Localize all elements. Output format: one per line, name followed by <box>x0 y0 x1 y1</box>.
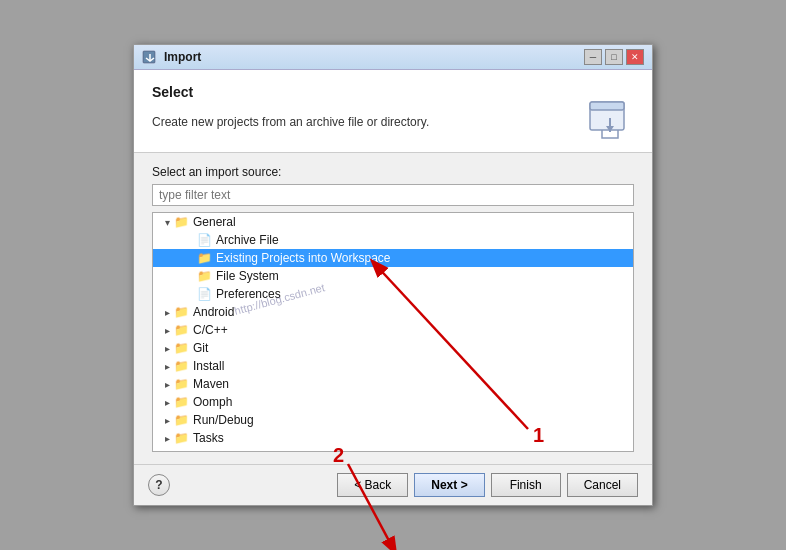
window-title: Import <box>164 50 201 64</box>
tree-label-install: Install <box>193 359 224 373</box>
tree-item-oomph[interactable]: ▸📁Oomph <box>153 393 633 411</box>
tree-icon-maven: 📁 <box>174 377 189 391</box>
tree-icon-general: 📁 <box>174 215 189 229</box>
tree-label-general: General <box>193 215 236 229</box>
tree-item-file-system[interactable]: 📁File System <box>153 267 633 285</box>
tree-label-tasks: Tasks <box>193 431 224 445</box>
tree-icon-archive-file: 📄 <box>197 233 212 247</box>
tree-container[interactable]: ▾📁General📄Archive File📁Existing Projects… <box>152 212 634 452</box>
back-button[interactable]: < Back <box>337 473 408 497</box>
tree-label-git: Git <box>193 341 208 355</box>
header-section: Select Create new projects from an archi… <box>134 70 652 153</box>
tree-arrow-android: ▸ <box>165 307 170 318</box>
svg-rect-0 <box>143 51 155 63</box>
minimize-button[interactable]: ─ <box>584 49 602 65</box>
title-bar-left: Import <box>142 49 201 65</box>
tree-item-android[interactable]: ▸📁Android <box>153 303 633 321</box>
tree-label-oomph: Oomph <box>193 395 232 409</box>
body-section: Select an import source: ▾📁General📄Archi… <box>134 153 652 464</box>
import-icon <box>586 100 634 140</box>
tree-item-maven[interactable]: ▸📁Maven <box>153 375 633 393</box>
help-button[interactable]: ? <box>148 474 170 496</box>
tree-arrow-tasks: ▸ <box>165 433 170 444</box>
tree-label-archive-file: Archive File <box>216 233 279 247</box>
tree-item-git[interactable]: ▸📁Git <box>153 339 633 357</box>
title-bar: Import ─ □ ✕ <box>134 45 652 70</box>
footer-buttons: < Back Next > Finish Cancel <box>337 473 638 497</box>
source-label: Select an import source: <box>152 165 634 179</box>
import-dialog: Import ─ □ ✕ Select Create new projects … <box>133 44 653 506</box>
filter-input[interactable] <box>152 184 634 206</box>
tree-icon-tasks: 📁 <box>174 431 189 445</box>
tree-item-existing-projects[interactable]: 📁Existing Projects into Workspace <box>153 249 633 267</box>
tree-arrow-install: ▸ <box>165 361 170 372</box>
description-text: Create new projects from an archive file… <box>152 115 429 129</box>
tree-arrow-cpp: ▸ <box>165 325 170 336</box>
cancel-button[interactable]: Cancel <box>567 473 638 497</box>
tree-icon-android: 📁 <box>174 305 189 319</box>
section-description: Create new projects from an archive file… <box>152 104 634 140</box>
tree-icon-oomph: 📁 <box>174 395 189 409</box>
tree-label-run-debug: Run/Debug <box>193 413 254 427</box>
tree-item-cpp[interactable]: ▸📁C/C++ <box>153 321 633 339</box>
tree-item-tasks[interactable]: ▸📁Tasks <box>153 429 633 447</box>
close-button[interactable]: ✕ <box>626 49 644 65</box>
next-button[interactable]: Next > <box>414 473 484 497</box>
svg-rect-3 <box>590 102 624 110</box>
tree-arrow-oomph: ▸ <box>165 397 170 408</box>
tree-item-general[interactable]: ▾📁General <box>153 213 633 231</box>
tree-icon-existing-projects: 📁 <box>197 251 212 265</box>
section-title: Select <box>152 84 634 100</box>
tree-arrow-git: ▸ <box>165 343 170 354</box>
tree-label-existing-projects: Existing Projects into Workspace <box>216 251 391 265</box>
tree-label-cpp: C/C++ <box>193 323 228 337</box>
maximize-button[interactable]: □ <box>605 49 623 65</box>
tree-arrow-maven: ▸ <box>165 379 170 390</box>
footer-bar: ? < Back Next > Finish Cancel <box>134 464 652 505</box>
tree-item-install[interactable]: ▸📁Install <box>153 357 633 375</box>
window-icon <box>142 49 158 65</box>
tree-label-maven: Maven <box>193 377 229 391</box>
tree-label-android: Android <box>193 305 234 319</box>
tree-item-preferences[interactable]: 📄Preferences <box>153 285 633 303</box>
tree-icon-install: 📁 <box>174 359 189 373</box>
tree-item-run-debug[interactable]: ▸📁Run/Debug <box>153 411 633 429</box>
tree-label-preferences: Preferences <box>216 287 281 301</box>
title-controls: ─ □ ✕ <box>584 49 644 65</box>
tree-icon-run-debug: 📁 <box>174 413 189 427</box>
tree-icon-cpp: 📁 <box>174 323 189 337</box>
tree-item-archive-file[interactable]: 📄Archive File <box>153 231 633 249</box>
tree-arrow-general: ▾ <box>165 217 170 228</box>
tree-label-file-system: File System <box>216 269 279 283</box>
tree-icon-git: 📁 <box>174 341 189 355</box>
tree-icon-file-system: 📁 <box>197 269 212 283</box>
finish-button[interactable]: Finish <box>491 473 561 497</box>
tree-arrow-run-debug: ▸ <box>165 415 170 426</box>
tree-icon-preferences: 📄 <box>197 287 212 301</box>
